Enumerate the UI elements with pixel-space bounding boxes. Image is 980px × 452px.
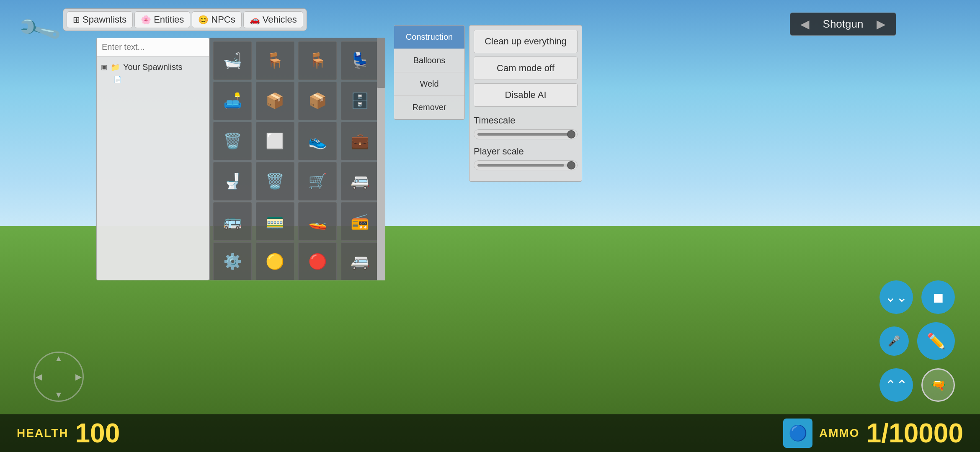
tab-vehicles[interactable]: 🚗 Vehicles — [243, 11, 303, 28]
weapon-prev-arrow[interactable]: ◀ — [800, 17, 810, 31]
pencil-button[interactable]: ✏️ — [917, 322, 955, 360]
timescale-slider[interactable] — [474, 129, 578, 139]
health-display: HEALTH 100 — [17, 420, 120, 447]
joystick[interactable]: ▲ ▼ ◀ ▶ — [34, 352, 84, 402]
timescale-knob[interactable] — [567, 130, 575, 139]
cam-mode-btn[interactable]: Cam mode off — [474, 56, 578, 80]
item-cell-14[interactable]: 🗑️ — [256, 162, 294, 200]
chevron-up-button[interactable]: ⌃⌃ — [879, 368, 913, 402]
item-cell-11[interactable]: 👟 — [298, 122, 337, 160]
ammo-label: AMMO — [819, 426, 860, 440]
scrollbar[interactable] — [377, 38, 385, 280]
tab-npcs[interactable]: 😊 NPCs — [192, 11, 241, 28]
tab-entities-label: Entities — [154, 14, 184, 25]
weapon-display: ◀ Shotgun ▶ — [790, 13, 896, 36]
construction-btn[interactable]: Construction — [394, 26, 464, 49]
toolbar: ⊞ Spawnlists 🌸 Entities 😊 NPCs 🚗 Vehicle… — [63, 8, 307, 31]
timescale-track — [477, 133, 574, 136]
item-cell-5[interactable]: 🛋️ — [213, 82, 252, 120]
item-cell-20[interactable]: 📻 — [341, 202, 379, 241]
scrollbar-thumb[interactable] — [377, 38, 385, 88]
player-scale-fill — [477, 164, 564, 167]
item-cell-19[interactable]: 🚤 — [298, 202, 337, 241]
item-cell-16[interactable]: 🚐 — [341, 162, 379, 200]
entities-icon: 🌸 — [141, 15, 151, 25]
tree-root-label: Your Spawnlists — [123, 62, 183, 72]
hud-bar: HEALTH 100 🔵 AMMO 1/10000 — [0, 414, 980, 452]
npcs-icon: 😊 — [198, 15, 209, 25]
tree-view: ▣ 📁 Your Spawnlists 📄 — [97, 56, 209, 89]
item-cell-7[interactable]: 📦 — [298, 82, 337, 120]
balloons-btn[interactable]: Balloons — [394, 49, 464, 72]
joystick-up: ▲ — [54, 354, 63, 363]
item-cell-21[interactable]: ⚙️ — [213, 242, 252, 280]
item-cell-23[interactable]: 🔴 — [298, 242, 337, 280]
action-row-bottom: ⌃⌃ 🔫 — [879, 368, 955, 402]
item-cell-6[interactable]: 📦 — [256, 82, 294, 120]
spawnlist-panel: ▣ 📁 Your Spawnlists 📄 — [96, 38, 209, 280]
ui-overlay: 🔧 ⊞ Spawnlists 🌸 Entities 😊 NPCs 🚗 Vehic… — [0, 0, 980, 452]
ammo-display: 🔵 AMMO 1/10000 — [783, 418, 963, 449]
items-grid: 🛁🪑🪑💺🛋️📦📦🗄️🗑️⬜👟💼🚽🗑️🛒🚐🚌🚃🚤📻⚙️🟡🔴🚐 — [209, 38, 385, 280]
health-label: HEALTH — [17, 426, 68, 440]
joystick-left: ◀ — [36, 372, 42, 382]
doc-icon: 📄 — [113, 75, 122, 83]
item-cell-15[interactable]: 🛒 — [298, 162, 337, 200]
toggle-icon: ▣ — [101, 63, 107, 71]
clean-up-btn[interactable]: Clean up everything — [474, 30, 578, 53]
weapon-next-arrow[interactable]: ▶ — [877, 17, 886, 31]
item-cell-1[interactable]: 🛁 — [213, 41, 252, 80]
item-cell-9[interactable]: 🗑️ — [213, 122, 252, 160]
item-cell-17[interactable]: 🚌 — [213, 202, 252, 241]
item-cell-2[interactable]: 🪑 — [256, 41, 294, 80]
tree-child-item[interactable]: 📄 — [113, 74, 205, 85]
construction-panel: Construction Balloons Weld Remover — [394, 25, 465, 120]
tab-vehicles-label: Vehicles — [263, 14, 297, 25]
health-value: 100 — [75, 420, 120, 447]
spawnlists-icon: ⊞ — [73, 15, 80, 25]
tab-spawnlists[interactable]: ⊞ Spawnlists — [67, 11, 133, 28]
weapon-name: Shotgun — [818, 18, 868, 31]
joystick-down: ▼ — [54, 390, 63, 400]
item-cell-22[interactable]: 🟡 — [256, 242, 294, 280]
item-cell-12[interactable]: 💼 — [341, 122, 379, 160]
ammo-icon: 🔵 — [783, 419, 812, 448]
vehicles-icon: 🚗 — [250, 15, 260, 25]
item-cell-4[interactable]: 💺 — [341, 41, 379, 80]
ammo-value: 1/10000 — [867, 418, 963, 449]
tab-spawnlists-label: Spawnlists — [83, 14, 126, 25]
player-scale-section: Player scale — [474, 146, 578, 170]
weld-btn[interactable]: Weld — [394, 72, 464, 96]
mic-button[interactable]: 🎤 — [879, 326, 909, 356]
action-row-mid: 🎤 ✏️ — [879, 322, 955, 360]
wrench-icon: 🔧 — [15, 6, 63, 54]
tree-root-item[interactable]: ▣ 📁 Your Spawnlists — [101, 61, 205, 74]
chevron-down-button[interactable]: ⌄⌄ — [879, 280, 913, 314]
timescale-section: Timescale — [474, 115, 578, 139]
joystick-right: ▶ — [75, 372, 82, 382]
utilities-panel: Clean up everything Cam mode off Disable… — [469, 25, 582, 182]
item-cell-10[interactable]: ⬜ — [256, 122, 294, 160]
player-scale-track — [477, 164, 574, 167]
action-row-top: ⌄⌄ ◼ — [879, 280, 955, 314]
joystick-ring[interactable]: ▲ ▼ ◀ ▶ — [34, 352, 84, 402]
search-input[interactable] — [97, 38, 209, 56]
item-cell-3[interactable]: 🪑 — [298, 41, 337, 80]
stop-button[interactable]: ◼ — [921, 280, 955, 314]
player-scale-label: Player scale — [474, 146, 578, 157]
remover-btn[interactable]: Remover — [394, 96, 464, 119]
item-cell-24[interactable]: 🚐 — [341, 242, 379, 280]
timescale-fill — [477, 133, 569, 136]
tab-npcs-label: NPCs — [211, 14, 235, 25]
player-scale-knob[interactable] — [567, 161, 575, 170]
gun-button[interactable]: 🔫 — [921, 368, 955, 402]
item-cell-8[interactable]: 🗄️ — [341, 82, 379, 120]
item-cell-13[interactable]: 🚽 — [213, 162, 252, 200]
disable-ai-btn[interactable]: Disable AI — [474, 83, 578, 107]
item-cell-18[interactable]: 🚃 — [256, 202, 294, 241]
action-buttons: ⌄⌄ ◼ 🎤 ✏️ ⌃⌃ 🔫 — [879, 280, 955, 402]
tab-entities[interactable]: 🌸 Entities — [134, 11, 190, 28]
folder-icon: 📁 — [111, 63, 120, 72]
player-scale-slider[interactable] — [474, 160, 578, 170]
timescale-label: Timescale — [474, 115, 578, 126]
